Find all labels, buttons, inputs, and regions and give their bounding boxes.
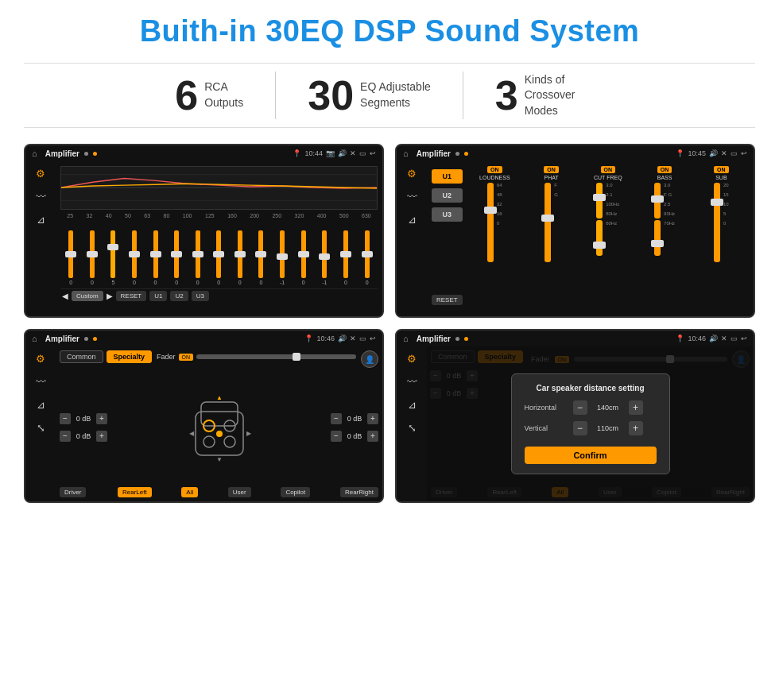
wave-icon-3[interactable]: 〰 bbox=[36, 376, 46, 388]
wave-icon-1[interactable]: 〰 bbox=[36, 191, 46, 203]
stat-number-crossover: 3 bbox=[495, 75, 518, 116]
eq-slider-3: 5 bbox=[110, 230, 115, 285]
u1-button[interactable]: U1 bbox=[432, 169, 463, 184]
param-cutfreq: ON CUT FREQ bbox=[580, 166, 635, 311]
user-btn[interactable]: User bbox=[228, 487, 251, 497]
svg-text:▼: ▼ bbox=[216, 456, 223, 463]
horizontal-minus-btn[interactable]: − bbox=[573, 400, 587, 415]
stat-desc-rca: RCA Outputs bbox=[204, 79, 243, 110]
wave-icon-4[interactable]: 〰 bbox=[407, 376, 417, 388]
horizontal-plus-btn[interactable]: + bbox=[629, 400, 643, 415]
eq-reset-btn[interactable]: RESET bbox=[116, 291, 147, 301]
profile-icon-3[interactable]: 👤 bbox=[361, 350, 378, 368]
phat-slider[interactable] bbox=[545, 183, 551, 262]
back-icon-3[interactable]: ↩ bbox=[370, 335, 376, 342]
time-3: 10:46 bbox=[316, 335, 335, 342]
eq-custom-btn[interactable]: Custom bbox=[72, 291, 103, 301]
stat-number-eq: 30 bbox=[308, 75, 354, 116]
wave-icon-2[interactable]: 〰 bbox=[407, 191, 417, 203]
status-bar-2: ⌂ Amplifier 📍 10:45 🔊 ✕ ▭ ↩ bbox=[397, 145, 754, 161]
time-1: 10:44 bbox=[304, 149, 323, 157]
speaker-icon-4[interactable]: ⊿ bbox=[408, 399, 417, 411]
all-btn[interactable]: All bbox=[181, 487, 198, 497]
fader-label: Fader bbox=[157, 353, 176, 361]
eq-prev-btn[interactable]: ◀ bbox=[62, 292, 68, 300]
home-icon-1[interactable]: ⌂ bbox=[32, 149, 37, 158]
home-icon-4[interactable]: ⌂ bbox=[403, 334, 409, 343]
back-icon-2[interactable]: ↩ bbox=[741, 149, 747, 157]
db-plus-left-2[interactable]: + bbox=[96, 431, 107, 442]
eq-slider-15: 0 bbox=[365, 230, 370, 285]
speaker-icon-3[interactable]: ⊿ bbox=[37, 399, 45, 411]
home-icon-2[interactable]: ⌂ bbox=[403, 149, 409, 158]
vertical-minus-btn[interactable]: − bbox=[573, 421, 587, 435]
eq-graph bbox=[60, 166, 378, 210]
left-sidebar-4: ⚙ 〰 ⊿ ⤡ bbox=[397, 346, 427, 501]
rearright-btn[interactable]: RearRight bbox=[340, 487, 378, 497]
car-diagram: ▲ ▼ ◀ ▶ bbox=[112, 388, 326, 467]
vertical-row: Vertical − 110cm + bbox=[525, 421, 657, 435]
bass-slider1[interactable] bbox=[654, 183, 661, 219]
fader-on-button[interactable]: ON bbox=[179, 354, 194, 361]
eq-play-btn[interactable]: ▶ bbox=[107, 292, 113, 300]
db-value-left-1: 0 dB bbox=[73, 415, 94, 423]
loudness-label: LOUDNESS bbox=[479, 175, 510, 180]
db-minus-left-1[interactable]: − bbox=[60, 413, 71, 424]
u3-button[interactable]: U3 bbox=[432, 207, 463, 222]
dialog-overlay: Car speaker distance setting Horizontal … bbox=[427, 346, 754, 501]
tab-common[interactable]: Common bbox=[60, 350, 103, 363]
u2-button[interactable]: U2 bbox=[432, 188, 463, 203]
eq-u3-btn[interactable]: U3 bbox=[192, 291, 209, 301]
fader-slider[interactable] bbox=[196, 354, 356, 359]
loudness-slider[interactable] bbox=[487, 183, 494, 262]
svg-text:▶: ▶ bbox=[246, 430, 252, 437]
cutfreq-slider2[interactable] bbox=[596, 220, 603, 256]
back-icon-4[interactable]: ↩ bbox=[741, 335, 747, 342]
home-icon-3[interactable]: ⌂ bbox=[32, 334, 37, 343]
eq-icon-2[interactable]: ⚙ bbox=[407, 168, 417, 180]
param-bass: ON BASS bbox=[637, 166, 692, 311]
vertical-label: Vertical bbox=[525, 424, 568, 432]
sub-slider[interactable] bbox=[714, 183, 720, 262]
db-plus-right-2[interactable]: + bbox=[367, 431, 378, 442]
eq-slider-7: 0 bbox=[196, 230, 200, 285]
confirm-button[interactable]: Confirm bbox=[525, 447, 657, 464]
db-minus-left-2[interactable]: − bbox=[60, 431, 71, 442]
speaker-main-area: Common Specialty Fader ON 👤 bbox=[56, 346, 382, 501]
db-minus-right-2[interactable]: − bbox=[331, 431, 342, 442]
svg-text:◀: ◀ bbox=[189, 430, 195, 437]
crossover-reset-btn[interactable]: RESET bbox=[432, 295, 463, 305]
bass-slider2[interactable] bbox=[654, 220, 661, 256]
eq-icon-3[interactable]: ⚙ bbox=[36, 353, 45, 365]
batt-icon-4: ▭ bbox=[731, 335, 738, 342]
back-icon-1[interactable]: ↩ bbox=[370, 149, 376, 157]
copilot-btn[interactable]: Copilot bbox=[281, 487, 310, 497]
expand-icon-4[interactable]: ⤡ bbox=[408, 422, 417, 434]
eq-slider-4: 0 bbox=[132, 230, 137, 285]
status-bar-1: ⌂ Amplifier 📍 10:44 📷 🔊 ✕ ▭ ↩ bbox=[25, 145, 382, 161]
rearleft-btn[interactable]: RearLeft bbox=[118, 487, 152, 497]
eq-icon-4[interactable]: ⚙ bbox=[407, 353, 417, 365]
vol-icon-3: 🔊 bbox=[338, 335, 347, 342]
expand-icon-3[interactable]: ⤡ bbox=[37, 422, 45, 434]
x-icon-2: ✕ bbox=[721, 149, 727, 157]
driver-btn[interactable]: Driver bbox=[60, 487, 86, 497]
eq-u2-btn[interactable]: U2 bbox=[170, 291, 188, 301]
cutfreq-scale: 3.02.1100Hz80Hz60Hz bbox=[606, 183, 619, 256]
status-dot-1 bbox=[84, 152, 88, 156]
db-plus-right-1[interactable]: + bbox=[367, 413, 378, 424]
tab-specialty[interactable]: Specialty bbox=[107, 350, 153, 363]
vertical-plus-btn[interactable]: + bbox=[629, 421, 643, 435]
phat-on-badge: ON bbox=[544, 166, 559, 173]
eq-icon-1[interactable]: ⚙ bbox=[36, 168, 45, 180]
db-minus-right-1[interactable]: − bbox=[331, 413, 342, 424]
cutfreq-slider1[interactable] bbox=[596, 183, 603, 219]
status-icons-1: 📍 10:44 📷 🔊 ✕ ▭ ↩ bbox=[293, 149, 376, 157]
eq-slider-5: 0 bbox=[153, 230, 158, 285]
screen-content-4: ⚙ 〰 ⊿ ⤡ Common Specialty Fader ON bbox=[397, 346, 754, 501]
eq-bottom-bar: ◀ Custom ▶ RESET U1 U2 U3 bbox=[60, 288, 378, 303]
speaker-icon-1[interactable]: ⊿ bbox=[37, 214, 45, 226]
eq-u1-btn[interactable]: U1 bbox=[149, 291, 167, 301]
db-plus-left-1[interactable]: + bbox=[96, 413, 107, 424]
speaker-icon-2[interactable]: ⊿ bbox=[408, 214, 417, 226]
